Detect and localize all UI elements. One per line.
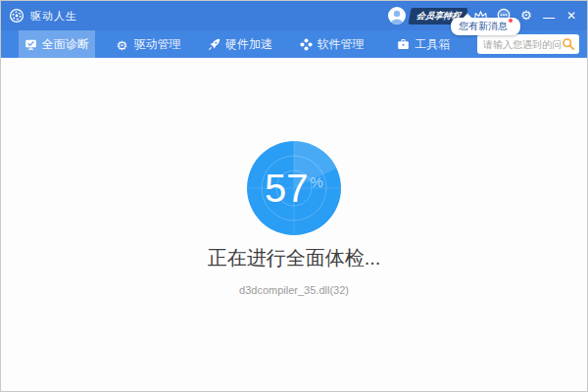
minimize-button[interactable]: —: [541, 11, 557, 24]
toolbox-icon: [397, 38, 410, 51]
close-button[interactable]: ✕: [564, 9, 579, 23]
tab-label: 驱动管理: [133, 36, 180, 53]
new-message-tooltip[interactable]: 您有新消息: [451, 18, 520, 35]
rocket-icon: [208, 38, 220, 51]
tab-label: 工具箱: [415, 36, 450, 53]
progress-unit: %: [311, 173, 323, 190]
scan-status-text: 正在进行全面体检...: [208, 245, 381, 271]
tab-driver-management[interactable]: ⚙ 驱动管理: [111, 30, 187, 58]
tab-toolbox[interactable]: 工具箱: [385, 30, 462, 58]
tab-label: 软件管理: [318, 36, 365, 53]
progress-percent: 57 %: [247, 141, 341, 235]
app-window: 驱动人生 会员享特权: [0, 0, 588, 392]
main-content: 57 % 正在进行全面体检... d3dcompiler_35.dll(32): [1, 58, 587, 391]
search-box[interactable]: [477, 34, 579, 54]
titlebar-left: 驱动人生: [9, 8, 77, 24]
tab-label: 全面诊断: [42, 36, 89, 53]
app-grid-icon: [300, 38, 313, 51]
scan-detail-text: d3dcompiler_35.dll(32): [239, 284, 349, 296]
tab-hardware-acceleration[interactable]: 硬件加速: [202, 30, 278, 58]
app-title: 驱动人生: [30, 9, 77, 24]
avatar[interactable]: [387, 6, 407, 25]
monitor-check-icon: [24, 38, 37, 51]
settings-gear-icon[interactable]: ⚙: [518, 8, 534, 24]
tooltip-text: 您有新消息: [459, 21, 508, 31]
notification-dot-icon: [509, 19, 513, 23]
tab-full-diagnosis[interactable]: 全面诊断: [19, 30, 95, 58]
tab-label: 硬件加速: [225, 36, 272, 53]
app-logo-icon: [9, 8, 24, 24]
search-icon[interactable]: [562, 37, 575, 51]
progress-value: 57: [265, 169, 309, 208]
scan-progress-circle: 57 %: [247, 141, 341, 235]
tab-software-management[interactable]: 软件管理: [294, 30, 370, 58]
gear-icon: ⚙: [116, 38, 128, 51]
search-input[interactable]: [483, 39, 562, 50]
